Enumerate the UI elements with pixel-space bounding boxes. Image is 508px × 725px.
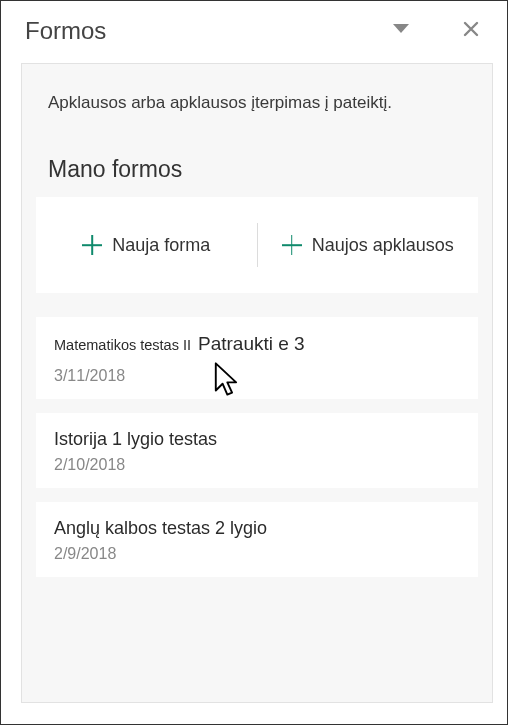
pane-title: Formos [25,17,347,45]
dropdown-icon [393,21,409,41]
form-item-date: 2/10/2018 [54,456,460,474]
new-form-button[interactable]: Nauja forma [36,197,257,293]
content-area: Apklausos arba apklausos įterpimas į pat… [21,63,493,703]
pane-menu-button[interactable] [385,15,417,47]
form-item-date: 2/9/2018 [54,545,460,563]
close-button[interactable] [455,15,487,47]
new-row: Nauja forma Naujos apklausos [36,197,478,293]
new-survey-label: Naujos apklausos [312,235,454,256]
new-survey-button[interactable]: Naujos apklausos [258,197,479,293]
plus-icon [282,235,302,255]
svg-marker-0 [393,24,409,33]
form-item[interactable]: Istorija 1 lygio testas 2/10/2018 [36,413,478,488]
plus-icon [82,235,102,255]
form-item[interactable]: Anglų kalbos testas 2 lygio 2/9/2018 [36,502,478,577]
section-title: Mano formos [22,138,492,197]
form-item-title: Matematikos testas II Patraukti e 3 [54,333,460,355]
form-item-date: 3/11/2018 [54,367,460,385]
form-item[interactable]: Matematikos testas II Patraukti e 3 3/11… [36,317,478,399]
close-icon [463,21,479,41]
form-item-title: Istorija 1 lygio testas [54,429,460,450]
form-list: Matematikos testas II Patraukti e 3 3/11… [36,317,478,577]
new-form-label: Nauja forma [112,235,210,256]
intro-text: Apklausos arba apklausos įterpimas į pat… [22,64,492,138]
form-item-title-b: Patraukti e 3 [198,333,305,355]
form-item-title: Anglų kalbos testas 2 lygio [54,518,460,539]
pane-header: Formos [1,1,507,57]
form-item-title-a: Matematikos testas II [54,337,191,353]
